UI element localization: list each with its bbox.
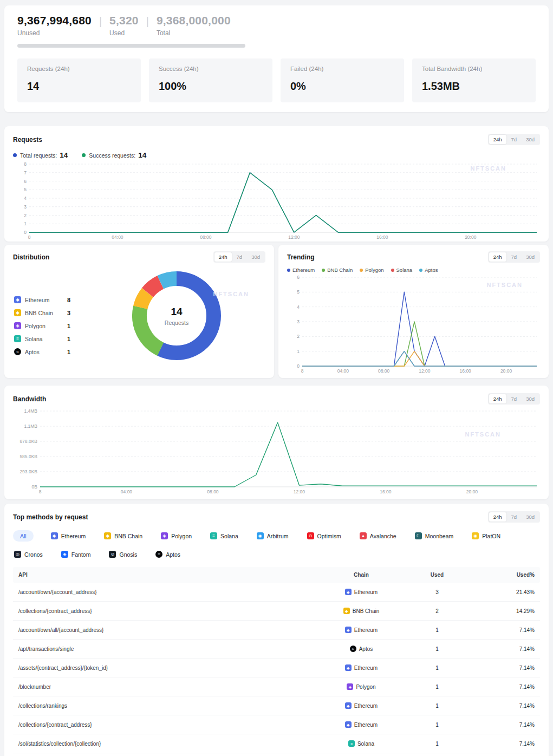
chain-filter-chip-arbitrum[interactable]: ◉Arbitrum	[256, 530, 290, 542]
usage-progress-bar	[17, 44, 245, 48]
chain-filter-chip-cronos[interactable]: ◎Cronos	[13, 549, 44, 560]
y-axis-label: 5	[24, 187, 27, 192]
chain-filter-chip-gnosis[interactable]: ⊙Gnosis	[108, 549, 138, 560]
legend-dot-icon	[82, 153, 86, 157]
x-axis-label: 08:00	[200, 234, 212, 240]
chain-filter-chip-avalanche[interactable]: ▲Avalanche	[359, 530, 398, 542]
api-cell: /account/own/all/{account_address}	[18, 627, 318, 633]
trending-legend-item-bnb-chain[interactable]: BNB Chain	[322, 267, 353, 273]
unused-label: Unused	[17, 29, 92, 37]
table-row: /sol/statistics/collection/{collection}≡…	[13, 734, 540, 753]
legend-item-total-requests-[interactable]: Total requests:14	[13, 151, 68, 159]
distribution-legend-item-ethereum[interactable]: ◆Ethereum8	[14, 296, 70, 303]
trending-legend-item-ethereum[interactable]: Ethereum	[287, 267, 315, 273]
chain-filter-chip-optimism[interactable]: ⊙Optimism	[306, 530, 342, 542]
time-range-button-30d[interactable]: 30d	[522, 252, 539, 262]
time-range-button-30d[interactable]: 30d	[522, 135, 539, 144]
legend-dot-icon	[360, 269, 363, 272]
api-cell: /blocknumber	[18, 684, 318, 690]
chain-cell: ◆BNB Chain	[318, 608, 405, 614]
aptos-icon: ≈	[350, 646, 356, 652]
chain-name: Ethereum	[354, 627, 378, 633]
legend-label: Total requests:	[20, 152, 57, 159]
legend-item-success-requests-[interactable]: Success requests:14	[82, 151, 146, 159]
time-range-button-30d[interactable]: 30d	[522, 394, 539, 403]
usage-numbers: 9,367,994,680 Unused | 5,320 Used | 9,36…	[17, 14, 536, 37]
time-range-button-30d[interactable]: 30d	[522, 512, 539, 522]
stat-label: Total Bandwidth (24h)	[422, 66, 526, 72]
used-pct-cell: 7.14%	[470, 741, 535, 747]
distribution-legend-item-solana[interactable]: ≡Solana1	[14, 335, 70, 342]
chip-label: Polygon	[171, 533, 192, 539]
time-range-button-24h[interactable]: 24h	[214, 252, 232, 262]
x-axis-label: 12:00	[294, 489, 305, 494]
used-cell: 1	[405, 627, 470, 633]
used-cell: 1	[405, 646, 470, 652]
y-axis-label: 3	[297, 319, 300, 324]
x-axis-label: 12:00	[288, 234, 300, 240]
distribution-panel-header: Distribution 24h7d30d	[13, 251, 265, 263]
chain-filter-chip-all[interactable]: All	[13, 530, 34, 542]
time-range-toggle: 24h7d30d	[488, 393, 540, 405]
time-range-button-24h[interactable]: 24h	[489, 252, 506, 262]
time-range-button-7d[interactable]: 7d	[507, 252, 522, 262]
api-cell: /collections/{contract_address}	[18, 722, 318, 728]
optimism-icon: ⊙	[307, 532, 314, 539]
ethereum-icon: ◆	[345, 664, 352, 671]
unused-value: 9,367,994,680	[17, 14, 92, 27]
panel-title: Requests	[13, 136, 42, 144]
ethereum-icon: ◆	[345, 589, 352, 595]
distribution-legend-item-aptos[interactable]: ≈Aptos1	[14, 348, 70, 355]
stat-value: 1.53MB	[422, 80, 526, 93]
polygon-icon: ◈	[161, 532, 168, 539]
y-axis-label: 1	[24, 221, 27, 226]
distribution-legend-item-bnb-chain[interactable]: ◆BNB Chain3	[14, 309, 70, 316]
chain-filter-chip-aptos[interactable]: ≈Aptos	[154, 549, 181, 560]
chain-filter-chip-fantom[interactable]: ◈Fantom	[60, 549, 92, 560]
time-range-button-24h[interactable]: 24h	[489, 512, 506, 522]
time-range-button-30d[interactable]: 30d	[247, 252, 264, 262]
distribution-legend-item-polygon[interactable]: ◈Polygon1	[14, 322, 70, 329]
chain-name: BNB Chain	[353, 608, 379, 614]
stat-cards-row: Requests (24h) 14 Success (24h) 100% Fai…	[17, 58, 536, 102]
chip-label: Solana	[220, 533, 238, 539]
chain-name: Solana	[25, 336, 67, 342]
x-axis-label: 8	[28, 234, 31, 240]
x-axis-label: 16:00	[380, 489, 392, 494]
chain-name: Aptos	[25, 349, 67, 355]
legend-value: 14	[60, 151, 68, 159]
chain-filter-chip-ethereum[interactable]: ◆Ethereum	[50, 530, 87, 542]
chain-filter-chip-solana[interactable]: ≡Solana	[209, 530, 239, 542]
chain-filter-chip-polygon[interactable]: ◈Polygon	[160, 530, 193, 542]
api-cell: /apt/transactions/single	[18, 646, 318, 652]
y-axis-label: 3	[24, 204, 27, 210]
legend-dot-icon	[13, 153, 17, 157]
time-range-button-7d[interactable]: 7d	[507, 135, 522, 144]
time-range-button-24h[interactable]: 24h	[489, 135, 506, 144]
trending-panel: Trending 24h7d30d EthereumBNB ChainPolyg…	[278, 245, 549, 378]
chain-name: Ethereum	[354, 703, 378, 709]
trending-legend-item-polygon[interactable]: Polygon	[360, 267, 383, 273]
distribution-panel: Distribution 24h7d30d ◆Ethereum8◆BNB Cha…	[4, 245, 274, 378]
time-range-button-24h[interactable]: 24h	[489, 394, 506, 403]
time-range-button-7d[interactable]: 7d	[507, 512, 522, 522]
stat-label: Failed (24h)	[290, 66, 394, 72]
time-range-button-7d[interactable]: 7d	[232, 252, 247, 262]
cronos-icon: ◎	[14, 551, 21, 558]
x-axis-label: 20:00	[500, 368, 512, 374]
trending-legend-item-aptos[interactable]: Aptos	[419, 267, 438, 273]
trending-legend-item-solana[interactable]: Solana	[391, 267, 413, 273]
used-pct-cell: 7.14%	[470, 684, 535, 690]
chain-filter-chip-moonbeam[interactable]: ☾Moonbeam	[414, 530, 455, 542]
usage-used-group: 5,320 Used	[109, 14, 139, 37]
time-range-button-7d[interactable]: 7d	[507, 394, 522, 403]
used-pct-cell: 7.14%	[470, 646, 535, 652]
stat-label: Success (24h)	[159, 66, 263, 72]
chain-filter-chip-bnb-chain[interactable]: ◆BNB Chain	[103, 530, 144, 542]
api-cell: /sol/statistics/collection/{collection}	[18, 741, 318, 747]
chain-filter-chip-platon[interactable]: ◉PlatON	[471, 530, 502, 542]
legend-dot-icon	[419, 269, 422, 272]
legend-value: 14	[138, 151, 146, 159]
x-axis-label: 20:00	[465, 234, 477, 240]
legend-label: Success requests:	[89, 152, 135, 159]
